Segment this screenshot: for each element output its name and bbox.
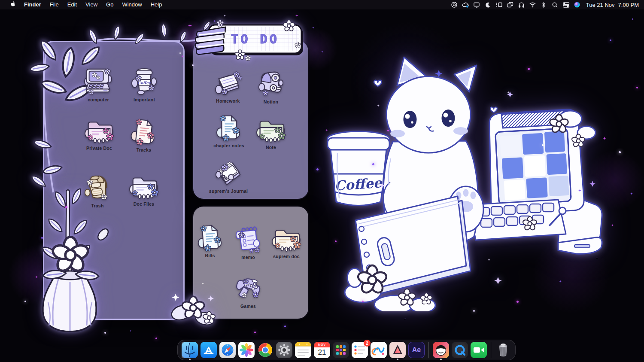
dock-app-after-effects[interactable]: Ae	[408, 342, 425, 358]
sparkle-decoration	[630, 192, 633, 195]
launchpad-icon	[333, 342, 349, 358]
desktop-icon-label: suprem's Journal	[209, 189, 248, 194]
running-indicator	[440, 359, 442, 360]
menu-item-window[interactable]: Window	[118, 0, 146, 9]
desktop-icon-important[interactable]: Coffee Important	[121, 67, 168, 102]
bottom-flower-cluster	[345, 268, 435, 311]
gear-icon	[276, 342, 292, 358]
sparkle-decoration	[610, 40, 611, 41]
menu-item-help[interactable]: Help	[146, 0, 167, 9]
sparkle-decoration	[295, 14, 298, 17]
menu-item-finder[interactable]: Finder	[20, 0, 46, 9]
cat-figure	[383, 57, 483, 248]
siri-icon[interactable]	[573, 1, 581, 9]
desktop-icon-computer[interactable]: computer	[75, 67, 122, 102]
dock-separator	[428, 342, 429, 358]
wifi-icon[interactable]	[529, 1, 537, 9]
menu-item-edit[interactable]: Edit	[63, 0, 81, 9]
desktop-icon-suprems-journal[interactable]: suprem's Journal	[205, 158, 252, 194]
monitor-illustration	[489, 110, 602, 246]
game-controller-icon	[233, 273, 264, 302]
sparkle-decoration	[542, 144, 544, 146]
dock-app-game[interactable]	[433, 342, 449, 358]
headphones-icon[interactable]	[517, 1, 526, 9]
sparkle-decoration	[636, 87, 638, 88]
menubar-time: 7:00 PM	[618, 2, 639, 8]
desktop-icon-homework[interactable]: Homework	[204, 68, 252, 103]
dock-app-facetime[interactable]	[471, 342, 487, 358]
display-icon[interactable]	[473, 1, 481, 9]
paper-stack-icon	[213, 68, 243, 97]
heart-decoration	[490, 107, 497, 113]
sparkle-decoration	[507, 91, 510, 94]
sparkle-decoration	[185, 300, 188, 303]
desktop-icon-label: suprem doc	[273, 254, 300, 259]
desktop-icon-suprem-doc[interactable]: suprem doc	[263, 223, 310, 259]
sparkle-decoration	[404, 318, 406, 320]
desktop-icon-notion[interactable]: Notion	[247, 69, 295, 104]
green-folder-icon	[255, 114, 286, 143]
sparkle-decoration	[578, 189, 581, 192]
sparkle-decoration	[155, 338, 157, 339]
desktop-icon-games[interactable]: Games	[225, 273, 272, 309]
cloud-sync-icon[interactable]	[462, 1, 470, 9]
dock-app-freeform[interactable]	[371, 342, 387, 358]
dock-app-alight-motion[interactable]	[389, 342, 406, 358]
sparkle-decoration	[387, 130, 389, 131]
spotlight-icon[interactable]	[551, 1, 559, 9]
dock-app-quicktime[interactable]	[452, 342, 468, 358]
dock-app-system-settings[interactable]	[276, 342, 292, 358]
dock-app-finder[interactable]	[182, 342, 198, 358]
bluetooth-icon[interactable]	[540, 1, 548, 9]
record-icon[interactable]	[450, 1, 459, 9]
menubar-date: Tue 21 Nov	[586, 2, 615, 8]
sparkle-decoration	[188, 24, 192, 27]
apple-menu[interactable]	[5, 0, 20, 10]
dock-app-safari[interactable]	[219, 342, 236, 358]
menu-item-file[interactable]: File	[46, 0, 63, 9]
lavender-folder-icon	[128, 171, 159, 200]
pink-folder-icon	[84, 115, 115, 144]
sparkle-decoration	[41, 237, 43, 239]
dock-app-launchpad[interactable]	[333, 342, 349, 358]
desktop-icon-label: Note	[266, 145, 276, 150]
desktop-icon-chapter-notes[interactable]: chapter notes	[205, 113, 252, 148]
sparkle-decoration	[559, 280, 562, 283]
coffee-text: Coffee	[334, 175, 383, 194]
desktop-icon-label: Doc Files	[134, 201, 154, 207]
desktop-icon-tracks[interactable]: Tracks	[120, 117, 167, 152]
dock-app-notes[interactable]	[295, 342, 311, 358]
screen-mirroring-icon[interactable]	[506, 1, 514, 9]
dock-app-chrome[interactable]	[257, 342, 273, 358]
desktop-icon-doc-files[interactable]: Doc Files	[120, 171, 167, 207]
stage-manager-icon[interactable]	[495, 1, 503, 9]
menu-item-go[interactable]: Go	[102, 0, 118, 9]
side-flower-cluster	[559, 111, 595, 139]
sparkle-decoration	[611, 224, 614, 226]
control-center-icon[interactable]	[562, 1, 570, 9]
sparkle-decoration	[321, 51, 323, 53]
sparkle-decorations	[379, 70, 595, 305]
desktop-icon-trash-backpack[interactable]: Trash	[74, 173, 121, 208]
dock-app-photos[interactable]	[238, 342, 255, 358]
sparkle-decoration	[24, 301, 26, 302]
sparkle-decoration	[596, 257, 598, 259]
focus-moon-icon[interactable]	[484, 1, 492, 9]
desktop-icon-private-doc[interactable]: Private Doc	[76, 115, 123, 151]
todo-banner: TO DO	[192, 19, 307, 61]
running-indicator	[397, 359, 398, 360]
menu-item-view[interactable]: View	[81, 0, 102, 9]
dock-app-reminders[interactable]: 2	[352, 342, 368, 358]
calendar-day: 21	[314, 347, 330, 358]
dock-trash[interactable]	[495, 342, 511, 358]
desktop-icon-note[interactable]: Note	[247, 114, 295, 150]
desktop-icon-label: computer	[88, 97, 109, 102]
sparkle-decoration	[65, 206, 67, 208]
menubar-clock[interactable]: Tue 21 Nov 7:00 PM	[584, 2, 639, 8]
dock-app-calendar[interactable]: NOV 21	[314, 342, 330, 358]
app-store-icon	[200, 342, 217, 358]
dock-app-app-store[interactable]	[200, 342, 217, 358]
sparkle-decoration	[224, 15, 226, 17]
after-effects-label: Ae	[412, 346, 421, 354]
facetime-camera-icon	[471, 342, 487, 358]
